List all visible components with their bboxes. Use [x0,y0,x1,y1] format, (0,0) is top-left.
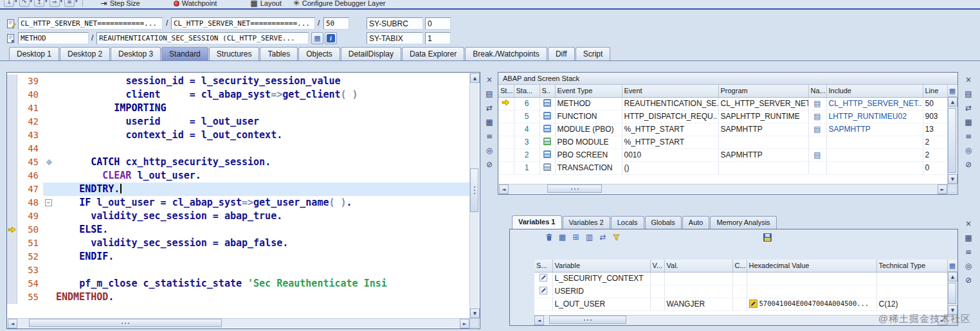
tab-desktop-3[interactable]: Desktop 3 [111,47,161,60]
code-text[interactable]: validity_sec_session = abap_false. [56,237,469,250]
breakpoint-margin[interactable] [7,250,17,264]
table-settings-icon[interactable]: ▦ [948,85,957,97]
include-nav-icon[interactable]: ▤ [813,112,821,121]
fold-margin[interactable] [43,264,56,277]
code-line[interactable]: 53 [7,264,469,277]
variable-cell-hex[interactable] [747,285,876,298]
variables-column-header[interactable]: V... [650,260,664,272]
variables-column-header[interactable]: Val. [664,260,732,272]
scroll-track[interactable] [470,83,479,309]
breakpoint-margin[interactable] [7,264,17,277]
code-line[interactable]: 55ENDMETHOD. [7,291,469,304]
variable-cell-value[interactable] [664,285,732,298]
stack-row[interactable]: 4MODULE (PBO)%_HTTP_STARTSAPMHTTP▤SAPMHT… [498,123,947,136]
swap-icon[interactable]: ⇄ [963,103,974,112]
code-text[interactable]: ENDTRY. [56,183,469,196]
breakpoint-margin[interactable] [7,291,17,304]
fold-margin[interactable] [43,210,56,223]
code-text[interactable]: ELSE. [56,223,469,237]
tab-detaildisplay[interactable]: DetailDisplay [341,47,401,60]
services-icon[interactable]: ◎ [963,261,974,271]
variable-cell-value[interactable]: WANGJER [664,298,732,310]
breakpoint-margin[interactable] [7,237,17,250]
variables-vertical-scrollbar[interactable]: ▦ [947,260,957,315]
pencil-icon[interactable] [540,274,547,283]
funnel-icon[interactable] [611,232,622,242]
services-icon[interactable]: ◎ [963,145,974,155]
scroll-track[interactable] [17,319,460,328]
breakpoint-margin[interactable] [7,169,17,183]
dropdown-caret-icon[interactable]: ▾ [75,0,78,4]
table-columns-icon[interactable]: ▥ [584,232,595,242]
fold-margin[interactable] [43,88,56,102]
scroll-thumb[interactable] [547,184,602,193]
code-area[interactable]: 39 session_id = l_security_session_value… [7,75,469,318]
tab-diff[interactable]: Diff [548,47,575,60]
code-line[interactable]: 43 context_id = l_out_context. [7,129,469,142]
stack-column-header[interactable]: Line [923,85,947,97]
fold-margin[interactable] [43,156,56,169]
scroll-right-icon[interactable] [460,319,469,328]
event-name-field[interactable] [96,32,309,44]
stack-column-header[interactable]: Sta... [514,85,540,97]
step-return-icon[interactable]: ↥ [34,0,44,7]
fold-margin[interactable] [43,291,56,304]
horizontal-splitter[interactable] [498,195,958,215]
scroll-thumb[interactable] [29,319,222,327]
stack-row[interactable]: 1TRANSACTION()0 [498,161,947,174]
code-text[interactable]: ENDIF. [56,250,469,264]
fold-margin[interactable] [43,196,56,210]
event-type-field[interactable] [18,32,89,44]
tab-structures[interactable]: Structures [209,47,260,60]
dropdown-caret-icon[interactable]: ▾ [15,0,17,4]
stack-column-header[interactable]: S.. [540,85,555,97]
stack-row[interactable]: 2PBO SCREEN0010SAPMHTTP▤2 [498,148,947,161]
scroll-up-icon[interactable] [948,272,957,282]
include-nav-icon[interactable]: ▤ [813,150,821,159]
hex-pencil-icon[interactable] [749,300,758,309]
variables-column-header[interactable]: Hexadecimal Value [747,260,876,272]
grid-icon[interactable]: ▦ [963,233,974,242]
fold-margin[interactable] [43,169,56,183]
code-line[interactable]: 47 ENDTRY. [7,183,469,196]
dropdown-caret-icon[interactable]: ▾ [45,0,48,4]
variables-tab-locals[interactable]: Locals [611,216,644,229]
code-text[interactable]: context_id = l_out_context. [56,129,469,142]
stack-column-header[interactable]: Event [622,85,718,97]
fold-margin[interactable] [43,237,56,250]
fold-margin[interactable] [43,102,56,115]
stack-column-header[interactable]: Event Type [555,85,622,97]
watchpoint-button[interactable]: Watchpoint [174,0,217,8]
variable-row[interactable]: USERID [534,285,947,298]
stack-horizontal-scrollbar[interactable] [499,184,947,193]
variable-cell-hex[interactable] [747,272,876,285]
display-source-button[interactable]: ▦ [311,32,323,44]
code-text[interactable] [56,264,469,277]
fold-margin[interactable] [43,142,56,156]
fold-margin[interactable] [43,250,56,264]
breakpoint-margin[interactable] [7,183,17,196]
stack-column-header[interactable]: Program [718,85,808,97]
code-text[interactable]: IMPORTING [56,102,469,115]
scroll-thumb[interactable] [470,168,478,212]
table-icon[interactable]: ▦ [557,232,568,242]
fold-margin[interactable] [43,223,56,237]
save-button[interactable] [762,232,773,242]
code-text[interactable] [56,142,469,156]
breakpoint-margin[interactable] [7,102,17,115]
breakpoint-margin[interactable] [7,156,17,169]
code-line[interactable]: 51 validity_sec_session = abap_false. [7,237,469,250]
code-text[interactable]: client = cl_abap_syst=>get_client( ) [56,88,469,102]
scroll-track[interactable] [948,107,957,174]
code-text[interactable]: CLEAR l_out_user. [56,169,469,183]
tab-data-explorer[interactable]: Data Explorer [402,47,464,60]
scroll-down-icon[interactable] [470,309,480,318]
fold-collapse-icon[interactable] [45,199,52,206]
code-text[interactable]: pf_m_close c_statistic_state 'Sec Reauth… [56,277,469,291]
code-text[interactable]: IF l_out_user = cl_abap_syst=>get_user_n… [56,196,469,210]
tab-desktop-2[interactable]: Desktop 2 [60,47,110,60]
vertical-splitter[interactable] [480,72,497,329]
scroll-left-icon[interactable] [534,316,544,325]
list-icon[interactable]: ≡ [963,131,974,141]
variable-cell-value[interactable] [664,272,732,285]
